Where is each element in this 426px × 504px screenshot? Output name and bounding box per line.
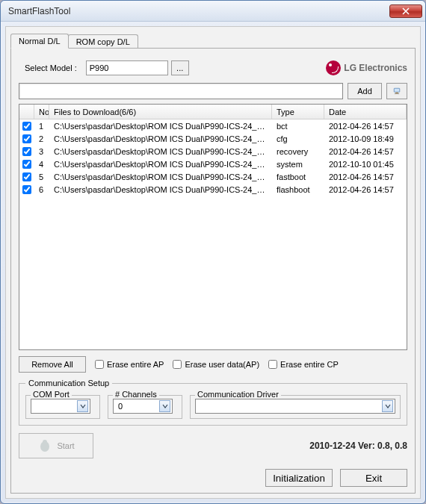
browse-model-button[interactable]: ...: [171, 60, 189, 75]
window-title: SmartFlashTool: [8, 6, 70, 16]
col-type[interactable]: Type: [272, 105, 324, 119]
erase-cp-label: Erase entire CP: [280, 360, 339, 369]
footer-row: Initialization Exit: [19, 469, 407, 487]
comm-setup-legend: Communication Setup: [25, 379, 112, 388]
table-row[interactable]: 1C:\Users\pasdar\Desktop\ROM ICS Dual\P9…: [19, 119, 407, 132]
driver-label: Communication Driver: [195, 390, 281, 399]
row-date: 2012-04-26 14:57: [324, 122, 407, 131]
chevron-down-icon: [77, 400, 88, 412]
svg-rect-2: [395, 93, 399, 94]
version-label: 2010-12-24 Ver: 0.8, 0.8: [309, 441, 407, 451]
row-no: 2: [34, 134, 49, 143]
channels-combo[interactable]: 0: [113, 399, 173, 414]
row-no: 5: [34, 172, 49, 181]
path-input[interactable]: [19, 83, 343, 99]
driver-field: Communication Driver: [190, 395, 401, 419]
table-row[interactable]: 2C:\Users\pasdar\Desktop\ROM ICS Dual\P9…: [19, 132, 407, 145]
titlebar[interactable]: SmartFlashTool: [1, 1, 425, 22]
row-file: C:\Users\pasdar\Desktop\ROM ICS Dual\P99…: [49, 160, 272, 169]
listview-header[interactable]: No Files to Download(6/6) Type Date: [19, 105, 407, 119]
comport-combo[interactable]: [31, 399, 90, 414]
erase-ap-checkbox[interactable]: [95, 360, 104, 369]
tab-normal-dl[interactable]: Normal D/L: [10, 34, 69, 49]
initialization-button[interactable]: Initialization: [265, 469, 333, 487]
start-icon: [37, 438, 52, 453]
options-row: Remove All Erase entire AP Erase user da…: [19, 356, 407, 373]
model-input[interactable]: [86, 60, 168, 75]
row-date: 2012-04-26 14:57: [324, 172, 407, 181]
table-row[interactable]: 3C:\Users\pasdar\Desktop\ROM ICS Dual\P9…: [19, 145, 407, 158]
row-date: 2012-10-09 18:49: [324, 134, 407, 143]
tab-romcopy-dl[interactable]: ROM copy D/L: [68, 34, 138, 49]
select-model-label: Select Model :: [25, 63, 77, 72]
table-row[interactable]: 6C:\Users\pasdar\Desktop\ROM ICS Dual\P9…: [19, 183, 407, 196]
row-file: C:\Users\pasdar\Desktop\ROM ICS Dual\P99…: [49, 122, 272, 131]
row-checkbox[interactable]: [22, 134, 31, 143]
row-file: C:\Users\pasdar\Desktop\ROM ICS Dual\P99…: [49, 147, 272, 156]
comport-field: COM Port: [25, 395, 100, 419]
row-type: cfg: [272, 134, 324, 143]
table-row[interactable]: 4C:\Users\pasdar\Desktop\ROM ICS Dual\P9…: [19, 158, 407, 170]
bottom-row: Start 2010-12-24 Ver: 0.8, 0.8: [19, 433, 407, 458]
row-date: 2012-04-26 14:57: [324, 147, 407, 156]
row-checkbox[interactable]: [22, 122, 31, 131]
comm-setup-fieldset: Communication Setup COM Port # Channels …: [19, 379, 407, 426]
model-row: Select Model : ... LG Electronics: [19, 60, 407, 75]
close-icon: [402, 7, 410, 15]
computer-icon: [393, 86, 401, 96]
row-no: 4: [34, 160, 49, 169]
erase-cp-wrap[interactable]: Erase entire CP: [268, 360, 339, 369]
channels-value: 0: [115, 402, 159, 411]
tab-strip: Normal D/L ROM copy D/L: [10, 31, 416, 48]
row-file: C:\Users\pasdar\Desktop\ROM ICS Dual\P99…: [49, 134, 272, 143]
col-no[interactable]: No: [34, 105, 49, 119]
listview-body: 1C:\Users\pasdar\Desktop\ROM ICS Dual\P9…: [19, 119, 407, 349]
channels-field: # Channels 0: [108, 395, 182, 419]
svg-point-4: [43, 440, 47, 444]
svg-rect-0: [394, 88, 400, 92]
remove-all-button[interactable]: Remove All: [19, 356, 86, 373]
file-listview[interactable]: No Files to Download(6/6) Type Date 1C:\…: [19, 104, 407, 350]
lg-logo: LG Electronics: [326, 60, 407, 75]
row-checkbox[interactable]: [22, 172, 31, 181]
row-checkbox[interactable]: [22, 147, 31, 156]
chevron-down-icon: [159, 400, 170, 412]
row-no: 1: [34, 122, 49, 131]
row-date: 2012-04-26 14:57: [324, 185, 407, 194]
start-button[interactable]: Start: [19, 433, 93, 458]
exit-button[interactable]: Exit: [340, 469, 407, 487]
client-area: Normal D/L ROM copy D/L Select Model : .…: [5, 26, 421, 499]
row-type: recovery: [272, 147, 324, 156]
comport-label: COM Port: [31, 390, 72, 399]
row-file: C:\Users\pasdar\Desktop\ROM ICS Dual\P99…: [49, 172, 272, 181]
path-row: Add: [19, 83, 407, 99]
open-folder-button[interactable]: [386, 83, 407, 99]
col-file[interactable]: Files to Download(6/6): [49, 105, 272, 119]
row-type: system: [272, 160, 324, 169]
erase-ap-wrap[interactable]: Erase entire AP: [95, 360, 164, 369]
erase-userdata-label: Erase user data(AP): [185, 360, 259, 369]
col-date[interactable]: Date: [324, 105, 407, 119]
driver-combo[interactable]: [195, 399, 395, 414]
close-button[interactable]: [389, 4, 422, 18]
svg-rect-1: [395, 93, 398, 93]
row-type: bct: [272, 122, 324, 131]
erase-cp-checkbox[interactable]: [268, 360, 277, 369]
app-window: SmartFlashTool Normal D/L ROM copy D/L S…: [0, 0, 426, 504]
row-no: 6: [34, 185, 49, 194]
row-checkbox[interactable]: [22, 185, 31, 194]
row-no: 3: [34, 147, 49, 156]
add-button[interactable]: Add: [348, 83, 382, 99]
row-type: flashboot: [272, 185, 324, 194]
row-checkbox[interactable]: [22, 160, 31, 169]
start-label: Start: [57, 441, 74, 450]
erase-userdata-checkbox[interactable]: [173, 360, 182, 369]
erase-userdata-wrap[interactable]: Erase user data(AP): [173, 360, 259, 369]
erase-ap-label: Erase entire AP: [107, 360, 164, 369]
lg-logo-text: LG Electronics: [344, 63, 407, 73]
tab-body: Select Model : ... LG Electronics Add: [10, 48, 416, 494]
lg-logo-icon: [326, 60, 341, 75]
row-file: C:\Users\pasdar\Desktop\ROM ICS Dual\P99…: [49, 185, 272, 194]
table-row[interactable]: 5C:\Users\pasdar\Desktop\ROM ICS Dual\P9…: [19, 170, 407, 183]
row-date: 2012-10-10 01:45: [324, 160, 407, 169]
